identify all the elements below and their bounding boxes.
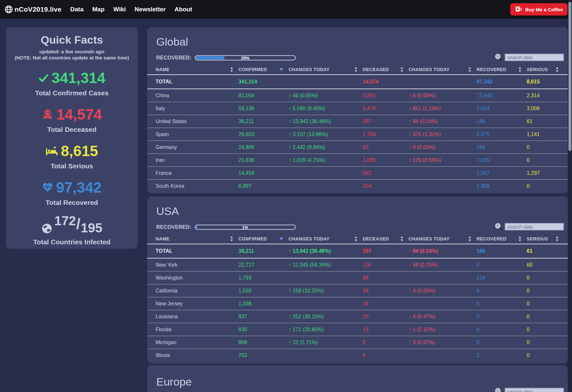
sort-icon[interactable] (468, 236, 471, 241)
nav-link-data[interactable]: Data (70, 6, 83, 13)
data-table: NAME CONFIRMED CHANGES TODAY DECEASED CH… (147, 234, 568, 362)
search-row (494, 387, 564, 392)
cell-deceased: 1,756 (363, 132, 409, 137)
sort-icon[interactable] (354, 67, 358, 72)
cell-changes-deceased: ↑ 129 (0.59%) (409, 157, 477, 163)
sort-desc-icon[interactable] (279, 238, 283, 240)
table-row: New Jersey 1,336 16 0 0 (147, 297, 568, 310)
column-header-recovered[interactable]: RECOVERED (477, 236, 527, 241)
buy-me-a-coffee-button[interactable]: Buy Me a Coffee (510, 3, 567, 16)
cell-name: TOTAL (156, 248, 238, 254)
cell-confirmed: 28,603 (238, 132, 289, 137)
cell-recovered: 2,575 (477, 132, 527, 137)
cell-changes-confirmed: ↑ 159 (10.25%) (289, 288, 363, 294)
cell-serious: 3,009 (527, 106, 559, 111)
sort-icon[interactable] (518, 67, 522, 72)
column-header-deceased[interactable]: DECEASED (363, 67, 409, 72)
nav-link-map[interactable]: Map (92, 6, 104, 13)
brand-text: nCoV2019.live (15, 5, 61, 13)
column-header-serious[interactable]: SERIOUS (527, 67, 559, 72)
nav-link-wiki[interactable]: Wiki (113, 6, 126, 13)
cell-serious: 2,314 (527, 93, 559, 99)
cell-name: Italy (156, 106, 238, 111)
column-header-deceased[interactable]: DECEASED (363, 236, 409, 241)
deceased-total-value: 14,574 (56, 106, 102, 123)
section-title: Global (156, 35, 568, 48)
search-input[interactable] (505, 388, 564, 392)
cell-confirmed: 809 (238, 340, 289, 345)
cell-deceased: 3,261 (363, 93, 409, 99)
earth-icon (41, 223, 52, 234)
magnifier-icon (494, 53, 503, 61)
cell-deceased: 562 (363, 170, 409, 176)
column-header-changes-confirmed[interactable]: CHANGES TODAY (289, 236, 363, 241)
nav-link-about[interactable]: About (174, 6, 192, 13)
brand[interactable]: nCoV2019.live (5, 5, 61, 14)
sort-icon[interactable] (230, 236, 233, 241)
column-header-confirmed[interactable]: CONFIRMED (238, 67, 289, 72)
scrollbar-thumb[interactable] (568, 2, 571, 151)
cell-serious: 61 (527, 248, 559, 254)
cell-confirmed: 1,550 (238, 288, 289, 294)
search-input[interactable] (505, 54, 564, 61)
sort-icon[interactable] (556, 236, 559, 241)
cell-serious: 0 (527, 183, 559, 189)
buy-me-a-coffee-label: Buy Me a Coffee (525, 7, 563, 12)
sort-desc-icon[interactable] (279, 68, 283, 71)
cell-recovered: 0 (477, 327, 527, 333)
cell-changes-confirmed: ↑ 12,345 (54.34%) (289, 262, 363, 268)
cell-confirmed: 38,211 (238, 248, 289, 254)
table-row: New York 22,717 ↑ 12,345 (54.34%) 114 ↑ … (147, 259, 568, 271)
nav-link-newsletter[interactable]: Newsletter (135, 6, 166, 13)
column-header-changes-deceased[interactable]: CHANGES TODAY (409, 67, 477, 72)
sort-icon[interactable] (518, 236, 522, 241)
cell-serious: 0 (527, 275, 559, 281)
cell-confirmed: 81,054 (238, 93, 289, 99)
cell-name: California (156, 288, 238, 294)
cell-changes-deceased: ↑ 9 (0.03%) (409, 144, 477, 150)
cell-confirmed: 830 (238, 327, 289, 333)
data-table: NAME CONFIRMED CHANGES TODAY DECEASED CH… (147, 65, 568, 193)
usa-section-card: USA RECOVERED: 1% NAME CONFIRMED CHANGES… (147, 196, 568, 364)
sort-icon[interactable] (400, 236, 403, 241)
cell-changes-deceased: ↑ 94 (0.24%) (409, 248, 477, 254)
updated-line: updated: a few seconds ago (6, 49, 138, 54)
cell-deceased: 13 (363, 327, 409, 333)
column-header-confirmed[interactable]: CONFIRMED (238, 236, 289, 241)
cell-name: Illinois (156, 353, 238, 358)
section-title: Europe (156, 375, 568, 388)
column-header-recovered[interactable]: RECOVERED (477, 67, 527, 72)
cell-changes-deceased: ↑ 4 (0.47%) (409, 314, 477, 320)
sort-icon[interactable] (468, 67, 471, 72)
column-header-name[interactable]: NAME (156, 67, 238, 72)
sort-icon[interactable] (354, 236, 358, 241)
progress-percent-text: 1% (195, 225, 295, 229)
section-title: USA (156, 204, 568, 218)
cell-recovered: 7,024 (477, 106, 527, 111)
sort-icon[interactable] (556, 67, 559, 72)
column-header-name[interactable]: NAME (156, 236, 238, 241)
column-header-serious[interactable]: SERIOUS (527, 236, 559, 241)
cell-changes-deceased: ↑ 94 (0.24%) (409, 119, 477, 124)
column-header-changes-deceased[interactable]: CHANGES TODAY (409, 236, 477, 241)
table-row: TOTAL 341,314 14,574 97,342 8,615 (147, 75, 568, 89)
cell-deceased: 1,685 (363, 157, 409, 163)
cell-recovered: 1,587 (477, 170, 527, 176)
cell-recovered: 124 (477, 275, 527, 281)
cell-serious: 0 (527, 340, 559, 345)
table-row: United States 38,211 ↑ 13,942 (36.48%) 3… (147, 115, 568, 128)
cell-confirmed: 24,806 (238, 144, 289, 150)
cell-confirmed: 1,336 (238, 301, 289, 307)
sort-icon[interactable] (400, 67, 403, 72)
cell-name: Michigan (156, 340, 238, 345)
column-header-changes-confirmed[interactable]: CHANGES TODAY (289, 67, 363, 72)
cell-confirmed: 59,138 (238, 106, 289, 111)
cell-changes-deceased: ↑ 651 (1.10%) (409, 106, 477, 111)
table-row: Germany 24,806 ↑ 2,442 (9.84%) 93 ↑ 9 (0… (147, 141, 568, 154)
navbar: nCoV2019.live Data Map Wiki Newsletter A… (0, 0, 572, 19)
search-input[interactable] (505, 223, 564, 230)
cell-changes-confirmed: ↑ 1,028 (4.75%) (289, 157, 363, 163)
cell-changes-confirmed: ↑ 5,560 (9.40%) (289, 106, 363, 111)
scrollbar-track[interactable] (568, 0, 572, 392)
sort-icon[interactable] (230, 67, 233, 72)
